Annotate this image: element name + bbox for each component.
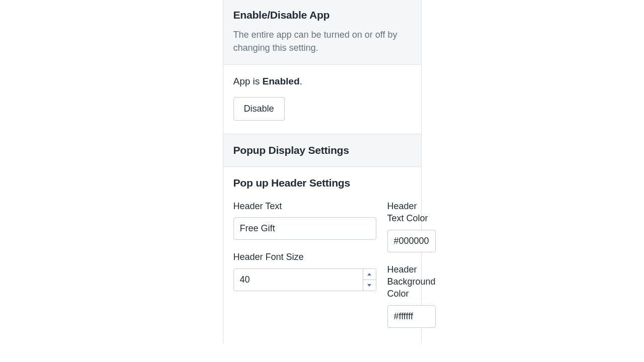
enable-section-description: The entire app can be turned on or off b… (233, 28, 411, 54)
header-text-color-input[interactable] (387, 230, 436, 252)
chevron-down-icon (367, 284, 371, 287)
header-text-color-label: Header Text Color (387, 200, 436, 225)
chevron-up-icon (367, 273, 371, 276)
header-text-label: Header Text (233, 200, 376, 212)
header-settings-left-col: Header Text Header Font Size (233, 200, 376, 327)
header-bg-color-field: Header Background Color (387, 263, 436, 328)
header-text-color-field: Header Text Color (387, 200, 436, 252)
svg-marker-1 (367, 284, 371, 287)
header-settings-grid: Header Text Header Font Size (233, 200, 411, 327)
app-status-prefix: App is (233, 76, 263, 86)
header-font-size-input[interactable] (234, 269, 363, 291)
enable-section-body: App is Enabled. Disable (223, 65, 421, 134)
header-font-size-label: Header Font Size (233, 251, 376, 263)
header-bg-color-input[interactable] (387, 305, 436, 328)
header-text-field: Header Text (233, 200, 376, 240)
header-bg-color-label: Header Background Color (387, 263, 436, 300)
header-settings-title: Pop up Header Settings (233, 177, 411, 189)
enable-section-header: Enable/Disable App The entire app can be… (223, 0, 421, 65)
font-size-increment-button[interactable] (363, 269, 376, 280)
font-size-decrement-button[interactable] (363, 280, 376, 291)
app-status-value: Enabled (263, 76, 300, 86)
header-font-size-field: Header Font Size (233, 251, 376, 291)
disable-button[interactable]: Disable (233, 97, 285, 121)
app-status-line: App is Enabled. (233, 76, 411, 87)
font-size-spinner (363, 269, 376, 291)
popup-section-header: Popup Display Settings (223, 134, 421, 167)
header-settings-right-col: Header Text Color Header Background Colo… (387, 200, 436, 327)
svg-marker-0 (367, 273, 371, 276)
header-text-input[interactable] (233, 217, 376, 240)
popup-section-title: Popup Display Settings (233, 144, 411, 156)
header-font-size-wrapper (233, 268, 376, 291)
settings-panel: Enable/Disable App The entire app can be… (223, 0, 422, 343)
header-settings-section: Pop up Header Settings Header Text Heade… (223, 167, 421, 342)
enable-section-title: Enable/Disable App (233, 9, 411, 21)
app-status-suffix: . (300, 76, 302, 86)
